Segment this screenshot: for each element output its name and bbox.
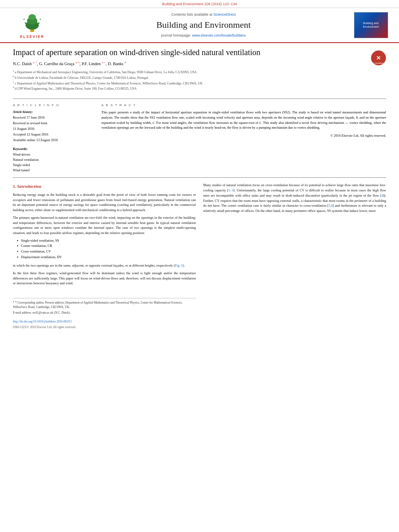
article-history-label: Article history:	[13, 110, 93, 115]
crossmark-icon[interactable]: ✕ CrossMark	[371, 50, 386, 66]
list-item-ss: Single-sided ventilation, SS	[17, 238, 196, 244]
body-left-col: 1. Introduction Reducing energy usage in…	[13, 183, 196, 329]
list-item-dv: Displacement ventilation, DV	[17, 255, 196, 260]
ref-4: 4	[381, 193, 383, 197]
svg-point-6	[23, 18, 25, 20]
footnote-star: * * Corresponding author. Present addres…	[13, 301, 196, 309]
intro-paragraph-4: In the first three flow regimes, wind-ge…	[13, 271, 196, 286]
article-info-abstract: A R T I C L E I N F O Article history: R…	[13, 99, 386, 173]
journal-homepage: journal homepage: www.elsevier.com/locat…	[56, 33, 351, 38]
article-info-col: A R T I C L E I N F O Article history: R…	[13, 103, 93, 173]
intro-paragraph-5: Many studies of natural ventilation focu…	[203, 183, 386, 214]
doi-link[interactable]: http://dx.doi.org/10.1016/j.buildenv.201…	[13, 320, 72, 323]
received-date: Received 17 June 2016	[13, 115, 93, 120]
footnotes-area: * * Corresponding author. Present addres…	[13, 298, 196, 330]
elsevier-logo: ELSEVIER	[16, 11, 48, 39]
intro-paragraph-3: in which the two openings are in the sam…	[13, 263, 196, 268]
issn-text: 0360-1323/© 2016 Elsevier Ltd. All right…	[13, 325, 76, 329]
abstract-col: A B S T R A C T This paper presents a st…	[101, 103, 386, 173]
journal-cover-area: Building andEnvironment	[351, 12, 391, 38]
list-item-cr: Corner ventilation, CR	[17, 243, 196, 249]
list-item-cv: Cross-ventilation, CV	[17, 249, 196, 255]
footer-links: http://dx.doi.org/10.1016/j.buildenv.201…	[13, 318, 196, 330]
body-right-col: Many studies of natural ventilation focu…	[203, 183, 386, 329]
article-title-section: Impact of aperture separation on wind-dr…	[13, 47, 386, 94]
copyright: © 2016 Elsevier Ltd. All rights reserved…	[101, 134, 386, 138]
journal-citation: Building and Environment 108 (2016) 122–…	[162, 2, 237, 6]
keywords-section: Keywords: Wind-driven Natural ventilatio…	[13, 147, 93, 173]
science-direct-info: Contents lists available at ScienceDirec…	[56, 12, 351, 17]
elsevier-wordmark: ELSEVIER	[20, 34, 45, 39]
accepted-date: Accepted 12 August 2016	[13, 132, 93, 137]
journal-cover-image: Building andEnvironment	[354, 12, 388, 38]
received-revised-label: Received in revised form	[13, 121, 93, 126]
journal-header: ELSEVIER Contents lists available at Sci…	[0, 8, 399, 43]
keyword-2: Natural ventilation	[13, 157, 93, 162]
ref-5-6: 5,6	[329, 203, 333, 207]
journal-center-info: Contents lists available at ScienceDirec…	[56, 12, 351, 38]
article-info-label: A R T I C L E I N F O	[13, 103, 93, 107]
journal-title: Building and Environment	[56, 19, 351, 31]
received-revised-date: 11 August 2016	[13, 127, 93, 131]
journal-homepage-link[interactable]: www.elsevier.com/locate/buildenv	[192, 33, 246, 37]
footnote-email: E-mail address: ncd1@cam.ac.uk (N.C. Dai…	[13, 311, 196, 315]
main-content: Impact of aperture separation on wind-dr…	[0, 43, 399, 338]
svg-point-4	[25, 22, 27, 24]
ref-1-3: 1–3	[228, 188, 234, 192]
cover-text: Building andEnvironment	[361, 20, 380, 31]
intro-paragraph-2: The primary agents harnessed in natural …	[13, 215, 196, 236]
elsevier-logo-area: ELSEVIER	[8, 11, 56, 39]
svg-point-7	[40, 18, 41, 20]
section-divider	[13, 177, 386, 178]
keywords-label: Keywords:	[13, 147, 93, 152]
fig1-ref: Fig. 1	[175, 263, 183, 267]
keyword-1: Wind-driven	[13, 152, 93, 157]
body-content: 1. Introduction Reducing energy usage in…	[13, 183, 386, 329]
available-online: Available online 13 August 2016	[13, 138, 93, 143]
affiliations: a a Department of Mechanical and Aerospa…	[13, 69, 367, 91]
journal-citation-bar: Building and Environment 108 (2016) 122–…	[0, 0, 399, 8]
keyword-4: Wind tunnel	[13, 168, 93, 173]
science-direct-link[interactable]: ScienceDirect	[214, 12, 236, 16]
svg-text:✕: ✕	[376, 55, 381, 61]
elsevier-tree-icon	[16, 11, 48, 33]
article-title: Impact of aperture separation on wind-dr…	[13, 47, 367, 58]
svg-text:CrossMark: CrossMark	[374, 62, 384, 64]
abstract-text: This paper presents a study of the impac…	[101, 110, 386, 130]
authors: N.C. Daish a, *, G. Carrilho da Graça a,…	[13, 61, 367, 67]
abstract-label: A B S T R A C T	[101, 103, 386, 107]
article-title-area: Impact of aperture separation on wind-dr…	[13, 47, 367, 91]
svg-point-3	[29, 14, 36, 20]
svg-point-5	[38, 22, 40, 24]
keyword-3: Single-sided	[13, 162, 93, 168]
intro-section-title: 1. Introduction	[13, 183, 196, 189]
ventilation-types-list: Single-sided ventilation, SS Corner vent…	[17, 238, 196, 260]
intro-paragraph-1: Reducing energy usage in the building st…	[13, 192, 196, 213]
